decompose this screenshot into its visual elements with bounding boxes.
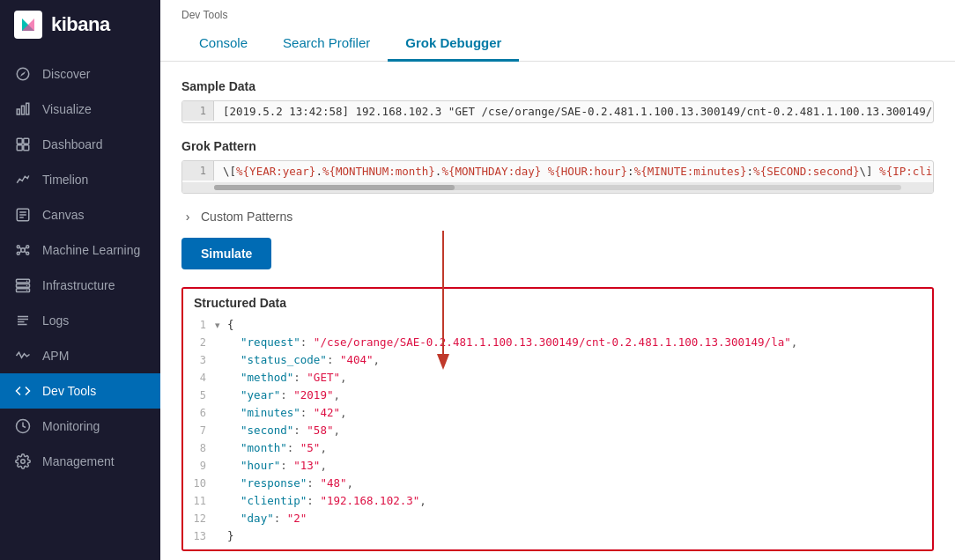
json-line: 2 "request": "/cse/orange/SAE-0.2.481.1.…	[183, 335, 932, 352]
grok-pattern-line-num: 1	[182, 161, 214, 181]
svg-line-21	[25, 251, 26, 253]
json-line: 6 "minutes": "42",	[183, 405, 932, 423]
svg-point-32	[21, 460, 26, 464]
sidebar-navigation: Discover Visualize Dashboard Timelion Ca	[0, 49, 160, 560]
svg-point-26	[26, 285, 28, 287]
simulate-button[interactable]: Simulate	[181, 238, 271, 269]
sidebar-item-label: Management	[42, 454, 115, 468]
json-line: 13 }	[183, 528, 932, 546]
sidebar-item-label: Infrastructure	[42, 278, 115, 292]
sidebar-item-label: Dashboard	[42, 137, 103, 151]
arrow-down	[437, 231, 449, 372]
logs-icon	[14, 312, 32, 329]
svg-point-25	[26, 280, 28, 282]
svg-line-18	[19, 247, 21, 249]
sidebar-item-monitoring[interactable]: Monitoring	[0, 409, 160, 444]
svg-point-16	[17, 252, 19, 254]
sidebar-logo: kibana	[0, 0, 160, 49]
main-content: Dev Tools Console Search Profiler Grok D…	[160, 0, 955, 560]
json-line: 12 "day": "2"	[183, 511, 932, 528]
sidebar-item-infrastructure[interactable]: Infrastructure	[0, 268, 160, 303]
compass-icon	[14, 65, 32, 83]
sidebar-item-label: Discover	[42, 67, 90, 81]
tab-console[interactable]: Console	[181, 26, 265, 62]
sample-data-line-num: 1	[182, 101, 214, 121]
scrollbar-track	[214, 185, 901, 190]
svg-line-20	[19, 251, 21, 253]
devtools-icon	[14, 382, 32, 400]
tab-grok-debugger[interactable]: Grok Debugger	[388, 26, 519, 62]
svg-point-14	[17, 246, 19, 248]
infra-icon	[14, 276, 32, 294]
grok-pattern-line: 1 \[%{YEAR:year}.%{MONTHNUM:month}.%{MON…	[182, 161, 933, 182]
canvas-icon	[14, 206, 32, 224]
chevron-right-icon: ›	[181, 210, 194, 223]
sidebar-item-visualize[interactable]: Visualize	[0, 92, 160, 127]
bar-chart-icon	[14, 100, 32, 118]
json-line: 3 "status_code": "404",	[183, 352, 932, 370]
grid-icon	[14, 136, 32, 153]
structured-data-label: Structured Data	[183, 289, 932, 313]
sidebar: kibana Discover Visualize Dashboard Tim	[0, 0, 160, 560]
sidebar-item-discover[interactable]: Discover	[0, 56, 160, 92]
sample-data-label: Sample Data	[181, 79, 934, 93]
svg-marker-34	[437, 354, 449, 370]
sample-data-line: 1 [2019.5.2 13:42:58] 192.168.102.3 "GET…	[182, 101, 933, 122]
tab-bar: Console Search Profiler Grok Debugger	[181, 26, 934, 61]
svg-line-19	[25, 247, 26, 249]
breadcrumb: Dev Tools	[181, 9, 934, 21]
json-line: 1 ▾ {	[183, 317, 932, 335]
svg-rect-7	[17, 145, 22, 151]
sidebar-item-management[interactable]: Management	[0, 444, 160, 479]
sample-data-value: [2019.5.2 13:42:58] 192.168.102.3 "GET /…	[214, 101, 933, 122]
svg-point-15	[26, 246, 29, 248]
json-line: 10 "response": "48",	[183, 475, 932, 493]
scrollbar-thumb	[214, 185, 455, 190]
grok-pattern-label: Grok Pattern	[181, 139, 934, 153]
grok-pattern-block: 1 \[%{YEAR:year}.%{MONTHNUM:month}.%{MON…	[181, 160, 934, 194]
sidebar-item-label: Logs	[42, 313, 69, 328]
monitoring-icon	[14, 417, 32, 435]
sidebar-item-apm[interactable]: APM	[0, 338, 160, 373]
apm-icon	[14, 347, 32, 365]
management-icon	[14, 453, 32, 470]
sidebar-item-dashboard[interactable]: Dashboard	[0, 127, 160, 162]
content-area: Sample Data 1 [2019.5.2 13:42:58] 192.16…	[160, 62, 955, 560]
svg-rect-3	[22, 106, 25, 114]
svg-point-27	[26, 290, 28, 291]
svg-rect-8	[24, 145, 29, 151]
grok-pattern-scrollbar	[182, 182, 933, 193]
sidebar-item-label: Monitoring	[42, 419, 100, 433]
svg-rect-4	[26, 103, 29, 114]
simulate-section: Simulate	[181, 238, 934, 287]
structured-data-code: 1 ▾ { 2 "request": "/cse/orange/SAE-0.2.…	[183, 313, 932, 549]
custom-patterns-label: Custom Patterns	[201, 210, 292, 224]
sidebar-item-machine-learning[interactable]: Machine Learning	[0, 232, 160, 268]
sidebar-item-logs[interactable]: Logs	[0, 303, 160, 338]
sidebar-item-label: Visualize	[42, 102, 92, 116]
kibana-logo-mark	[14, 11, 42, 39]
timelion-icon	[14, 171, 32, 188]
json-line: 8 "month": "5",	[183, 440, 932, 458]
sidebar-item-canvas[interactable]: Canvas	[0, 197, 160, 232]
svg-rect-6	[24, 138, 29, 144]
json-line: 4 "method": "GET",	[183, 370, 932, 387]
sidebar-item-label: Timelion	[42, 173, 88, 187]
custom-patterns-row[interactable]: › Custom Patterns	[181, 210, 934, 224]
sidebar-item-label: APM	[42, 349, 69, 363]
json-line: 11 "clientip": "192.168.102.3",	[183, 493, 932, 511]
ml-icon	[14, 241, 32, 259]
sidebar-item-dev-tools[interactable]: Dev Tools	[0, 373, 160, 409]
sidebar-item-label: Machine Learning	[42, 243, 140, 257]
svg-point-17	[26, 252, 29, 254]
kibana-logo-text: kibana	[51, 13, 110, 36]
svg-marker-1	[20, 71, 26, 77]
tab-search-profiler[interactable]: Search Profiler	[265, 26, 388, 62]
sidebar-item-timelion[interactable]: Timelion	[0, 162, 160, 197]
page-header: Dev Tools Console Search Profiler Grok D…	[160, 0, 955, 62]
json-line: 5 "year": "2019",	[183, 387, 932, 405]
sidebar-item-label: Canvas	[42, 208, 84, 222]
json-line: 9 "hour": "13",	[183, 458, 932, 475]
json-line: 7 "second": "58",	[183, 423, 932, 440]
svg-rect-2	[17, 109, 19, 114]
